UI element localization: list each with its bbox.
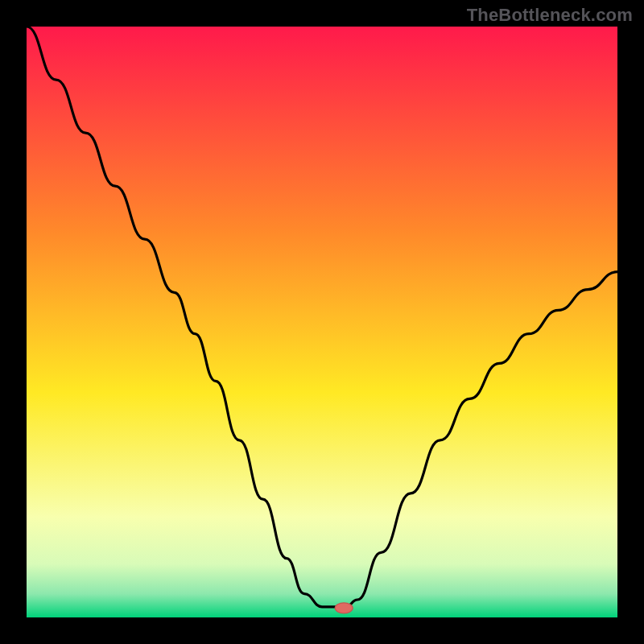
bottleneck-chart [0,0,644,644]
optimum-marker [335,603,353,613]
watermark-label: TheBottleneck.com [467,5,633,26]
chart-frame: { "watermark": "TheBottleneck.com", "col… [0,0,644,644]
plot-background [27,27,617,617]
